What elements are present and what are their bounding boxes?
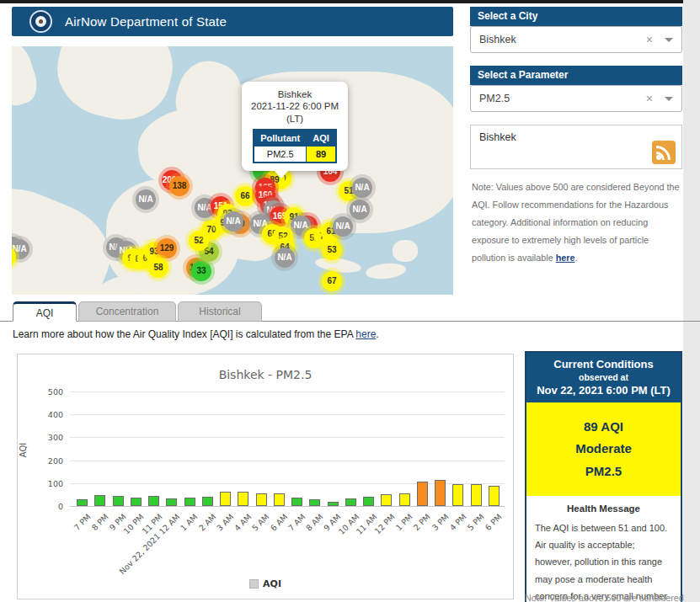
aqi-bar-10-am[interactable]	[345, 498, 356, 506]
landmass-north-america-top	[12, 46, 42, 110]
chart-title: Bishkek - PM2.5	[18, 368, 513, 381]
aqi-marker-66[interactable]: 66	[235, 186, 255, 206]
landmass-iceland	[113, 87, 135, 99]
x-tick-label: 2 AM	[197, 512, 218, 533]
conditions-datetime: Nov 22, 2021 6:00 PM (LT)	[530, 384, 677, 397]
x-tick-label: 6 PM	[484, 512, 504, 532]
aqi-bar-3-pm[interactable]	[435, 480, 446, 506]
aqi-bar-1-am[interactable]	[184, 498, 195, 506]
city-caret-down-icon[interactable]	[665, 38, 673, 42]
conditions-aqi-value: 89 AQI	[532, 416, 676, 438]
aqi-marker-na[interactable]: N/A	[275, 248, 295, 268]
gridline-400	[70, 414, 505, 415]
conditions-aqi-block: 89 AQI Moderate PM2.5	[526, 402, 681, 496]
city-clear-icon[interactable]: ×	[646, 33, 653, 46]
aqi-marker-129[interactable]: 129	[157, 238, 177, 258]
aqi-bar-5-am[interactable]	[256, 493, 267, 506]
x-tick-label: 6 AM	[269, 512, 290, 533]
gridline-300	[70, 437, 505, 438]
aqi-marker-na[interactable]: N/A	[333, 216, 353, 237]
x-tick-label: 1 PM	[394, 512, 414, 532]
aqi-bar-6-am[interactable]	[274, 493, 285, 506]
tab-historical[interactable]: Historical	[178, 301, 262, 322]
aqi-marker-na[interactable]: N/A	[223, 211, 243, 232]
x-tick-label: 8 AM	[304, 512, 325, 533]
aqi-bar-2-am[interactable]	[202, 497, 213, 506]
aqi-bar-5-pm[interactable]	[471, 484, 482, 506]
aqi-bar-4-pm[interactable]	[452, 484, 463, 506]
parameter-clear-icon[interactable]: ×	[646, 92, 653, 105]
aqi-marker-58[interactable]: 58	[148, 258, 168, 278]
aqi-bar-2-pm[interactable]	[417, 482, 428, 506]
aqi-marker-53[interactable]: 53	[322, 240, 342, 260]
chart-legend[interactable]: AQI	[18, 578, 513, 589]
city-select-value: Bishkek	[471, 34, 646, 45]
x-tick-label: 5 AM	[250, 512, 271, 533]
aqi-bar-12-pm[interactable]	[381, 494, 392, 506]
conditions-title: Current Conditions	[530, 358, 677, 370]
aqi-bar-7-am[interactable]	[291, 498, 302, 506]
tab-aqi[interactable]: AQI	[13, 301, 77, 322]
legend-label: AQI	[263, 578, 281, 589]
aqi-bar-4-am[interactable]	[238, 492, 248, 506]
state-department-seal-icon	[29, 10, 52, 33]
aqi-bar-8-pm[interactable]	[94, 495, 105, 506]
aqi-chart-panel: Bishkek - PM2.5 AQI 01002003004005007 PM…	[17, 354, 514, 599]
y-tick-300: 300	[23, 433, 63, 442]
x-tick-label: 4 AM	[232, 512, 254, 533]
aqi-marker-na[interactable]: N/A	[350, 200, 370, 220]
y-tick-100: 100	[23, 479, 63, 488]
city-select[interactable]: Bishkek ×	[470, 26, 682, 53]
legend-swatch	[249, 579, 259, 589]
popup-city: Bishkek	[247, 88, 343, 100]
x-tick-label: 1 AM	[179, 512, 200, 533]
aqi-bar-3-am[interactable]	[220, 492, 231, 506]
learn-more-text: Learn more about how the Air Quality Ind…	[13, 328, 355, 340]
aqi-marker-na[interactable]: N/A	[352, 178, 372, 198]
learn-more-line: Learn more about how the Air Quality Ind…	[13, 328, 379, 340]
aqi-bar-8-am[interactable]	[309, 499, 320, 506]
aqi-bar-9-am[interactable]	[328, 502, 339, 506]
learn-more-here-link[interactable]: here	[355, 328, 376, 340]
landmass-indonesia-2	[365, 262, 407, 281]
x-tick-label: 2 PM	[412, 512, 432, 532]
aqi-marker-138[interactable]: 138	[169, 176, 190, 196]
y-tick-0: 0	[23, 502, 63, 511]
aqi-marker-na[interactable]: N/A	[136, 189, 156, 210]
parameter-caret-down-icon[interactable]	[665, 97, 673, 101]
x-tick-label: 5 PM	[466, 512, 486, 532]
aqi-marker-33[interactable]: 33	[191, 261, 211, 281]
aqi-bar-1-pm[interactable]	[399, 493, 410, 506]
note-here-link[interactable]: here	[556, 253, 575, 263]
aqi-world-map[interactable]: N/AN/AN/AN/A938364931295811633545270200+…	[12, 46, 453, 295]
popup-timezone: (LT)	[247, 113, 343, 125]
aqi-bar-11-am[interactable]	[363, 497, 374, 506]
app-title: AirNow Department of State	[65, 14, 227, 29]
aqi-bar-9-pm[interactable]	[113, 496, 124, 506]
y-tick-200: 200	[23, 456, 63, 466]
health-message-section: Health Message The AQI is between 51 and…	[526, 496, 681, 602]
health-message-title: Health Message	[535, 503, 672, 514]
gridline-500	[70, 392, 505, 392]
conditions-header: Current Conditions observed at Nov 22, 2…	[526, 353, 681, 402]
popup-aqi-value: 89	[307, 147, 336, 163]
y-tick-500: 500	[23, 387, 63, 397]
rss-icon[interactable]	[652, 141, 676, 164]
aqi-marker-67[interactable]: 67	[322, 271, 342, 291]
rss-city-label: Bishkek	[479, 131, 516, 143]
x-tick-label: 4 PM	[448, 512, 468, 532]
gridline-200	[70, 461, 505, 461]
aqi-bar-nov-22-2021-12-am[interactable]	[166, 498, 177, 506]
conditions-observed-at: observed at	[530, 372, 677, 382]
y-tick-400: 400	[23, 410, 63, 419]
panel-footer-note: Note: Values above 500 are considered Be…	[525, 589, 687, 602]
aqi-bar-6-pm[interactable]	[489, 486, 500, 506]
map-popup: Bishkek 2021-11-22 6:00 PM (LT) Pollutan…	[242, 82, 348, 171]
page-right-gutter	[683, 0, 700, 602]
parameter-select[interactable]: PM2.5 ×	[470, 85, 682, 112]
tab-concentration[interactable]: Concentration	[78, 301, 176, 322]
aqi-bar-10-pm[interactable]	[131, 498, 142, 506]
aqi-bar-11-pm[interactable]	[148, 496, 159, 506]
aqi-bar-7-pm[interactable]	[77, 499, 88, 506]
page: AirNow Department of State N/AN/AN/AN/A9…	[0, 0, 700, 602]
